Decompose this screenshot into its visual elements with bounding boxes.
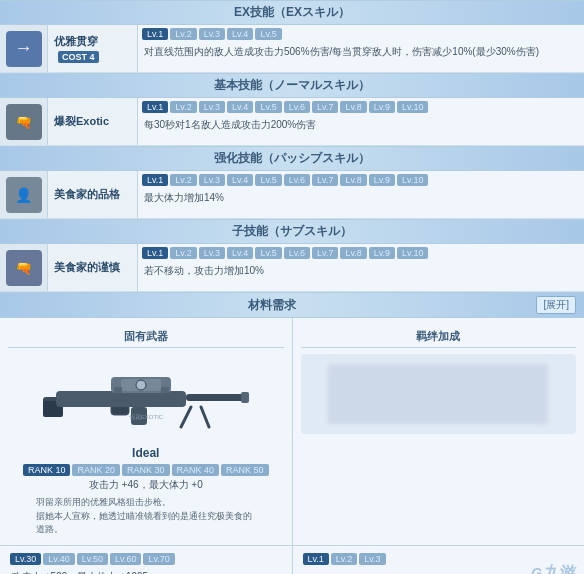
- rank40-badge[interactable]: RANK 40: [172, 464, 220, 476]
- basic-lv8[interactable]: Lv.8: [340, 101, 366, 113]
- svg-rect-5: [241, 392, 249, 403]
- basic-lv5[interactable]: Lv.5: [255, 101, 281, 113]
- rank50-badge[interactable]: RANK 50: [221, 464, 269, 476]
- bottom-right-lv3[interactable]: Lv.3: [359, 553, 385, 565]
- ex-lv4[interactable]: Lv.4: [227, 28, 253, 40]
- ex-skill-name-inner: 优雅贯穿 COST 4: [54, 34, 99, 63]
- ex-lv2[interactable]: Lv.2: [170, 28, 196, 40]
- passive-lv3[interactable]: Lv.3: [199, 174, 225, 186]
- sub-lv7[interactable]: Lv.7: [312, 247, 338, 259]
- basic-lv2[interactable]: Lv.2: [170, 101, 196, 113]
- passive-skill-levels-row: Lv.1 Lv.2 Lv.3 Lv.4 Lv.5 Lv.6 Lv.7 Lv.8 …: [138, 171, 584, 189]
- ex-skill-section: EX技能（EXスキル） → 优雅贯穿 COST 4 Lv.1 Lv.2 Lv.3…: [0, 0, 584, 73]
- passive-lv2[interactable]: Lv.2: [170, 174, 196, 186]
- sub-lv1[interactable]: Lv.1: [142, 247, 168, 259]
- bottom-lv70[interactable]: Lv.70: [143, 553, 174, 565]
- bonus-column: 羁绊加成: [293, 318, 585, 545]
- passive-lv1[interactable]: Lv.1: [142, 174, 168, 186]
- basic-lv10[interactable]: Lv.10: [397, 101, 428, 113]
- rank20-badge[interactable]: RANK 20: [72, 464, 120, 476]
- bonus-placeholder: [301, 354, 577, 434]
- svg-rect-4: [186, 394, 246, 401]
- bottom-right-levels: Lv.1 Lv.2 Lv.3: [299, 550, 579, 568]
- bottom-right-lv1[interactable]: Lv.1: [303, 553, 329, 565]
- passive-skill-icon-col: 👤: [0, 171, 48, 218]
- basic-lv3[interactable]: Lv.3: [199, 101, 225, 113]
- sub-lv3[interactable]: Lv.3: [199, 247, 225, 259]
- rank30-badge[interactable]: RANK 30: [122, 464, 170, 476]
- bonus-col-label: 羁绊加成: [301, 326, 577, 348]
- sub-icon: 🔫: [6, 250, 42, 286]
- sub-lv10[interactable]: Lv.10: [397, 247, 428, 259]
- sub-skill-name-col: 美食家的谨慎: [48, 244, 138, 291]
- basic-skill-row: 🔫 爆裂Exotic Lv.1 Lv.2 Lv.3 Lv.4 Lv.5 Lv.6…: [0, 98, 584, 146]
- svg-line-12: [201, 407, 209, 427]
- sub-skill-header: 子技能（サブスキル）: [0, 219, 584, 244]
- bottom-left-section: Lv.30 Lv.40 Lv.50 Lv.60 Lv.70 攻击力 +599，最…: [0, 546, 293, 575]
- ex-skill-name-col: 优雅贯穿 COST 4: [48, 25, 138, 72]
- passive-lv8[interactable]: Lv.8: [340, 174, 366, 186]
- ex-skill-description: 对直线范围内的敌人造成攻击力506%伤害/每当贯穿敌人时，伤害减少10%(最少3…: [138, 43, 584, 63]
- basic-lv1[interactable]: Lv.1: [142, 101, 168, 113]
- bottom-lv60[interactable]: Lv.60: [110, 553, 141, 565]
- passive-skill-name-col: 美食家的品格: [48, 171, 138, 218]
- ex-lv5[interactable]: Lv.5: [255, 28, 281, 40]
- sub-lv6[interactable]: Lv.6: [284, 247, 310, 259]
- passive-lv5[interactable]: Lv.5: [255, 174, 281, 186]
- ex-skill-levels-desc: Lv.1 Lv.2 Lv.3 Lv.4 Lv.5 对直线范围内的敌人造成攻击力5…: [138, 25, 584, 72]
- passive-skill-section: 强化技能（パッシブスキル） 👤 美食家的品格 Lv.1 Lv.2 Lv.3 Lv…: [0, 146, 584, 219]
- passive-skill-row: 👤 美食家的品格 Lv.1 Lv.2 Lv.3 Lv.4 Lv.5 Lv.6 L…: [0, 171, 584, 219]
- basic-skill-header: 基本技能（ノーマルスキル）: [0, 73, 584, 98]
- sub-lv2[interactable]: Lv.2: [170, 247, 196, 259]
- ex-lv3[interactable]: Lv.3: [199, 28, 225, 40]
- sub-lv5[interactable]: Lv.5: [255, 247, 281, 259]
- bottom-lv50[interactable]: Lv.50: [77, 553, 108, 565]
- passive-skill-name: 美食家的品格: [54, 187, 120, 202]
- basic-lv6[interactable]: Lv.6: [284, 101, 310, 113]
- basic-lv7[interactable]: Lv.7: [312, 101, 338, 113]
- bonus-blurred: [328, 364, 548, 424]
- ex-skill-row: → 优雅贯穿 COST 4 Lv.1 Lv.2 Lv.3 Lv.4 Lv.5 对…: [0, 25, 584, 73]
- sub-skill-section: 子技能（サブスキル） 🔫 美食家的谨慎 Lv.1 Lv.2 Lv.3 Lv.4 …: [0, 219, 584, 292]
- ex-lv1[interactable]: Lv.1: [142, 28, 168, 40]
- basic-skill-section: 基本技能（ノーマルスキル） 🔫 爆裂Exotic Lv.1 Lv.2 Lv.3 …: [0, 73, 584, 146]
- passive-icon: 👤: [6, 177, 42, 213]
- sub-lv8[interactable]: Lv.8: [340, 247, 366, 259]
- sub-skill-row: 🔫 美食家的谨慎 Lv.1 Lv.2 Lv.3 Lv.4 Lv.5 Lv.6 L…: [0, 244, 584, 292]
- sub-skill-description: 若不移动，攻击力增加10%: [138, 262, 584, 282]
- basic-skill-icon-col: 🔫: [0, 98, 48, 145]
- rank-levels-row: RANK 10 RANK 20 RANK 30 RANK 40 RANK 50: [23, 464, 269, 476]
- sub-skill-levels-desc: Lv.1 Lv.2 Lv.3 Lv.4 Lv.5 Lv.6 Lv.7 Lv.8 …: [138, 244, 584, 291]
- passive-lv9[interactable]: Lv.9: [369, 174, 395, 186]
- bottom-left-stat: 攻击力 +599，最大体力 +1995: [6, 568, 286, 575]
- passive-lv4[interactable]: Lv.4: [227, 174, 253, 186]
- passive-lv6[interactable]: Lv.6: [284, 174, 310, 186]
- svg-rect-10: [161, 387, 169, 393]
- weapon-col-label: 固有武器: [8, 326, 284, 348]
- sub-skill-name: 美食家的谨慎: [54, 260, 120, 275]
- weapon-svg: 佰花EXOTIC: [41, 359, 251, 439]
- bottom-right-section: Lv.1 Lv.2 Lv.3: [293, 546, 585, 575]
- weapon-desc-line1: 羽留亲所用的优雅风格狙击步枪。: [36, 496, 256, 510]
- basic-lv4[interactable]: Lv.4: [227, 101, 253, 113]
- sub-lv4[interactable]: Lv.4: [227, 247, 253, 259]
- passive-lv7[interactable]: Lv.7: [312, 174, 338, 186]
- weapon-name: Ideal: [132, 446, 159, 460]
- basic-skill-description: 每30秒对1名敌人造成攻击力200%伤害: [138, 116, 584, 136]
- svg-rect-9: [114, 387, 122, 393]
- bottom-lv30[interactable]: Lv.30: [10, 553, 41, 565]
- basic-skill-levels-desc: Lv.1 Lv.2 Lv.3 Lv.4 Lv.5 Lv.6 Lv.7 Lv.8 …: [138, 98, 584, 145]
- basic-skill-levels-row: Lv.1 Lv.2 Lv.3 Lv.4 Lv.5 Lv.6 Lv.7 Lv.8 …: [138, 98, 584, 116]
- expand-button[interactable]: [展开]: [536, 296, 576, 314]
- bottom-level-row: Lv.30 Lv.40 Lv.50 Lv.60 Lv.70 攻击力 +599，最…: [0, 545, 584, 575]
- passive-lv10[interactable]: Lv.10: [397, 174, 428, 186]
- basic-lv9[interactable]: Lv.9: [369, 101, 395, 113]
- sub-lv9[interactable]: Lv.9: [369, 247, 395, 259]
- passive-skill-header: 强化技能（パッシブスキル）: [0, 146, 584, 171]
- rank-stat: 攻击力 +46，最大体力 +0: [89, 478, 203, 492]
- bottom-right-lv2[interactable]: Lv.2: [331, 553, 357, 565]
- basic-skill-name-col: 爆裂Exotic: [48, 98, 138, 145]
- sub-skill-levels-row: Lv.1 Lv.2 Lv.3 Lv.4 Lv.5 Lv.6 Lv.7 Lv.8 …: [138, 244, 584, 262]
- rank10-badge[interactable]: RANK 10: [23, 464, 71, 476]
- bottom-lv40[interactable]: Lv.40: [43, 553, 74, 565]
